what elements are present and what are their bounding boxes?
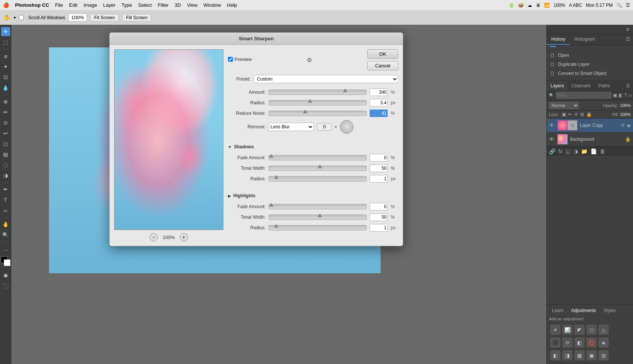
chevron-icon[interactable]: ▾ — [14, 15, 16, 20]
layers-panel-options-icon[interactable]: ☰ — [623, 81, 633, 90]
highlights-tonal-slider[interactable] — [269, 215, 367, 220]
blend-mode-select[interactable]: Normal Multiply Screen Overlay — [549, 102, 579, 109]
tab-history[interactable]: History — [547, 34, 570, 45]
dodge-tool[interactable]: ◑ — [1, 171, 10, 180]
menu-select[interactable]: Select — [138, 2, 151, 8]
preview-checkbox[interactable] — [228, 57, 233, 62]
background-color[interactable] — [4, 259, 11, 266]
filter-shape-icon[interactable]: ▱ — [628, 93, 632, 98]
layer-bg-visibility-icon[interactable]: 👁 — [549, 136, 555, 142]
shadows-fade-thumb[interactable] — [269, 154, 274, 158]
tab-layers[interactable]: Layers — [547, 81, 568, 90]
new-layer-icon[interactable]: 📄 — [590, 148, 597, 154]
tab-adjustments[interactable]: Adjustments — [568, 307, 599, 314]
adj-threshold-icon[interactable]: ▣ — [587, 350, 596, 360]
menu-filter[interactable]: Filter — [158, 2, 169, 8]
preview-image[interactable] — [114, 49, 223, 230]
remove-circle-ctrl[interactable] — [340, 120, 353, 134]
history-brush-tool[interactable]: ↩ — [1, 129, 10, 138]
layer-item-copy[interactable]: 👁 ⚙ Layer Copy ⟳ ◉ — [547, 119, 633, 133]
color-swatches[interactable] — [1, 256, 11, 268]
layer-copy-link-icon[interactable]: ⟳ — [621, 123, 625, 128]
history-item-duplicate[interactable]: 🗋 Duplicate Layer — [547, 60, 633, 69]
shape-tool[interactable]: ▱ — [1, 206, 10, 215]
menu-file[interactable]: File — [55, 2, 63, 8]
adj-color-balance-icon[interactable]: ⟳ — [563, 338, 572, 347]
adj-curves-icon[interactable]: ◤ — [575, 325, 584, 335]
quick-mask-mode[interactable]: ◉ — [1, 271, 10, 280]
lock-pixels-icon[interactable]: ✏ — [568, 112, 572, 117]
search-icon[interactable]: 🔍 — [616, 3, 622, 8]
tab-channels[interactable]: Channels — [568, 81, 595, 90]
tab-histogram[interactable]: Histogram — [570, 34, 599, 45]
menu-layer[interactable]: Layer — [103, 2, 116, 8]
new-group-icon[interactable]: 📁 — [581, 148, 587, 154]
adj-hue-icon[interactable]: ⬛ — [550, 338, 560, 347]
tab-styles[interactable]: Styles — [601, 307, 619, 314]
shadows-radius-slider[interactable] — [269, 176, 367, 181]
lasso-tool[interactable]: ⌀ — [1, 52, 10, 61]
highlights-section-header[interactable]: ▶ Highlights — [228, 192, 398, 200]
hand-tool-icon[interactable]: ✋ — [3, 14, 11, 21]
adj-channel-mixer-icon[interactable]: ◈ — [599, 338, 609, 347]
shadows-tonal-thumb[interactable] — [318, 164, 322, 168]
adj-exposure-icon[interactable]: ◻ — [587, 325, 596, 335]
hand-tool[interactable]: 🤚 — [1, 220, 10, 229]
ok-button[interactable]: OK — [367, 49, 398, 59]
close-panel-button[interactable]: ✕ — [625, 26, 630, 32]
highlights-tonal-input[interactable]: 50 — [370, 213, 388, 221]
brush-tool[interactable]: ✏ — [1, 108, 10, 117]
screen-mode[interactable]: ⬛ — [1, 281, 10, 290]
menu-icon[interactable]: ☰ — [626, 3, 630, 8]
gear-button[interactable]: ⚙ — [305, 56, 313, 64]
add-mask-icon[interactable]: ◱ — [566, 148, 570, 154]
filter-adjust-icon[interactable]: ◧ — [619, 93, 623, 98]
filter-pixel-icon[interactable]: ▣ — [613, 93, 617, 98]
shadows-fade-input[interactable]: 0 — [370, 154, 388, 161]
reduce-noise-input[interactable]: 41 — [370, 110, 388, 117]
lock-transparent-icon[interactable]: ▣ — [562, 112, 566, 117]
scroll-all-windows-checkbox[interactable] — [19, 15, 24, 20]
shadows-section-header[interactable]: ▼ Shadows — [228, 143, 398, 151]
highlights-radius-input[interactable]: 1 — [370, 224, 388, 231]
spot-heal-tool[interactable]: ⊕ — [1, 97, 10, 106]
clone-stamp-tool[interactable]: ⊙ — [1, 118, 10, 127]
adj-invert-icon[interactable]: ◨ — [563, 350, 572, 360]
adj-levels-icon[interactable]: 📊 — [563, 325, 572, 335]
menu-3d[interactable]: 3D — [175, 2, 181, 8]
gradient-tool[interactable]: ▤ — [1, 150, 10, 159]
link-layers-icon[interactable]: 🔗 — [549, 148, 555, 154]
shadows-radius-input[interactable]: 1 — [370, 175, 388, 183]
reduce-noise-thumb[interactable] — [303, 110, 307, 113]
menu-edit[interactable]: Edit — [69, 2, 77, 8]
adj-gradient-map-icon[interactable]: ▤ — [599, 350, 609, 360]
history-item-open[interactable]: 🗋 Open — [547, 51, 633, 60]
marquee-tool[interactable]: ⬚ — [1, 38, 10, 47]
layer-item-background[interactable]: 👁 Background 🔒 — [547, 133, 633, 146]
radius-input[interactable]: 3.4 — [370, 99, 388, 107]
fx-icon[interactable]: fx — [558, 148, 563, 154]
adj-posterize-icon[interactable]: ▩ — [575, 350, 584, 360]
quick-select-tool[interactable]: ✦ — [1, 62, 10, 71]
highlights-radius-thumb[interactable] — [274, 224, 278, 228]
menu-help[interactable]: Help — [227, 2, 237, 8]
menu-view[interactable]: View — [187, 2, 197, 8]
shadows-fade-slider[interactable] — [269, 155, 367, 160]
highlights-fade-input[interactable]: 0 — [370, 203, 388, 210]
lock-artboard-icon[interactable]: ⊞ — [580, 112, 584, 117]
highlights-fade-thumb[interactable] — [269, 203, 274, 207]
shadows-radius-thumb[interactable] — [274, 175, 278, 179]
zoom-tool[interactable]: 🔍 — [1, 230, 10, 239]
eyedropper-tool[interactable]: 💧 — [1, 83, 10, 92]
menu-image[interactable]: Image — [84, 2, 97, 8]
adj-color-lookup-icon[interactable]: ◧ — [550, 350, 560, 360]
shadows-tonal-slider[interactable] — [269, 166, 367, 171]
menu-window[interactable]: Window — [203, 2, 221, 8]
delete-layer-icon[interactable]: 🗑 — [600, 148, 605, 154]
preset-select[interactable]: Custom Default — [254, 75, 398, 83]
amount-thumb[interactable] — [343, 88, 347, 92]
zoom-out-button[interactable]: − — [150, 233, 158, 241]
shadows-tonal-input[interactable]: 50 — [370, 164, 388, 172]
text-tool[interactable]: T — [1, 195, 10, 204]
tab-paths[interactable]: Paths — [595, 81, 614, 90]
